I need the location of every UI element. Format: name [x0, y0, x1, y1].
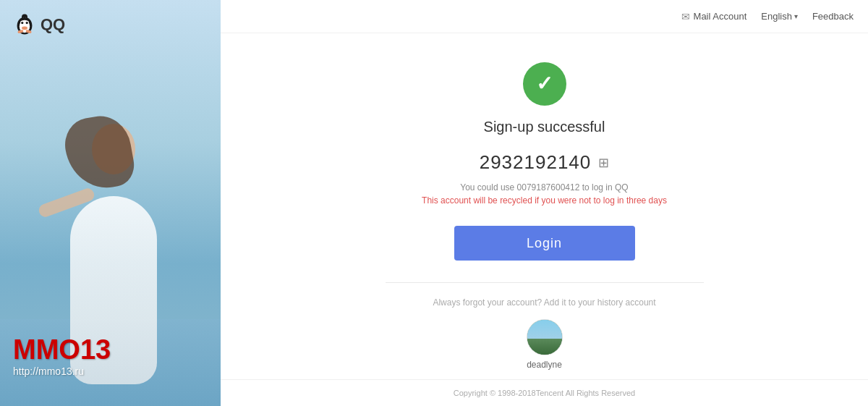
english-label: English	[761, 11, 792, 22]
qq-number-row: 2932192140 ⊞	[480, 151, 610, 174]
divider	[386, 282, 704, 283]
edit-icon[interactable]: ⊞	[598, 155, 609, 171]
login-button[interactable]: Login	[454, 226, 635, 261]
recycle-warning: This account will be recycled if you wer…	[422, 195, 667, 206]
mmo-text: MMO	[13, 334, 80, 365]
watermark-mmo-text: MMO13	[13, 334, 111, 365]
qq-penguin-icon	[13, 13, 36, 36]
right-panel: ✉ Mail Account English ▾ Feedback ✓ Sign…	[221, 0, 868, 406]
success-icon-circle: ✓	[523, 62, 566, 106]
copyright-text: Copyright © 1998-2018Tencent All Rights …	[454, 389, 635, 397]
svg-point-4	[21, 22, 23, 24]
phone-login-info: You could use 0079187600412 to log in QQ	[460, 182, 628, 193]
svg-point-9	[22, 14, 27, 20]
avatar-image	[527, 320, 562, 355]
history-account-text: Always forgot your account? Add it to yo…	[433, 297, 655, 308]
history-account-item[interactable]: deadlyne	[527, 319, 563, 370]
watermark-url: http://mmo13.ru	[13, 365, 111, 377]
checkmark-icon: ✓	[536, 74, 553, 94]
main-content: ✓ Sign-up successful 2932192140 ⊞ You co…	[221, 33, 868, 379]
svg-point-5	[26, 22, 28, 24]
logo-area: QQ	[13, 13, 65, 36]
left-panel: QQ MMO13 http://mmo13.ru	[0, 0, 221, 406]
svg-point-10	[23, 17, 25, 19]
mail-icon: ✉	[681, 11, 690, 22]
mail-account-nav[interactable]: ✉ Mail Account	[681, 11, 747, 22]
feedback-link[interactable]: Feedback	[812, 11, 854, 22]
footer: Copyright © 1998-2018Tencent All Rights …	[221, 379, 868, 406]
dropdown-arrow-icon: ▾	[794, 12, 798, 20]
svg-point-6	[22, 26, 27, 30]
avatar	[527, 319, 563, 355]
language-selector[interactable]: English ▾	[761, 11, 798, 22]
mmo-number: 13	[80, 334, 111, 365]
feedback-label: Feedback	[812, 11, 854, 22]
mail-account-label: Mail Account	[694, 11, 747, 22]
svg-point-11	[25, 17, 27, 19]
top-nav: ✉ Mail Account English ▾ Feedback	[221, 0, 868, 33]
watermark: MMO13 http://mmo13.ru	[13, 334, 111, 377]
success-title: Sign-up successful	[484, 119, 605, 135]
qq-logo-text: QQ	[41, 15, 65, 34]
qq-number: 2932192140	[480, 151, 592, 174]
account-username: deadlyne	[527, 360, 562, 370]
